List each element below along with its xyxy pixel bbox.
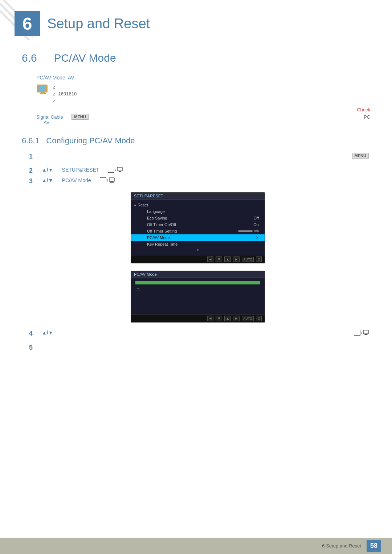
step-3: 3 ▲/▼ PC/AV Mode /: [29, 177, 370, 185]
av-note: AV: [44, 120, 370, 125]
menu-note: Signal Cable MENU PC: [36, 114, 370, 120]
step-2-content: ▲/▼ SETUP&RESET /: [42, 167, 370, 173]
svg-rect-10: [109, 178, 114, 181]
step-4-number: 4: [29, 330, 42, 337]
icon-right: ►: [233, 257, 240, 262]
svg-rect-11: [111, 181, 113, 182]
icon-power: ⊙: [256, 257, 262, 262]
step-4-content: ▲/▼ /: [42, 330, 370, 336]
svg-rect-5: [41, 92, 45, 93]
screen-2-bottom: ◄ ▼ ▲ ► AUTO ⊙: [131, 314, 265, 322]
monitor-icon-step3: [109, 177, 116, 183]
svg-rect-14: [365, 334, 367, 335]
menu-item-offsetting: Off Timer Setting 10h: [131, 228, 265, 234]
page-number: 58: [367, 540, 381, 552]
icon-up-2: ▲: [224, 316, 231, 321]
monitor-icon-step2: [117, 167, 124, 173]
step-4: 4 ▲/▼ /: [29, 330, 370, 337]
screen-2-title: PC/AV Mode: [131, 271, 265, 278]
check-label: Check: [357, 107, 370, 112]
pcav-selection-bar: [135, 281, 260, 284]
svg-rect-4: [38, 86, 46, 91]
icon-left: ◄: [207, 257, 214, 262]
step-5-number: 5: [29, 344, 42, 352]
desc-list: z z 1691610 z: [53, 84, 77, 105]
menu-item-eco: Eco Saving Off: [131, 215, 265, 221]
pcav-screen-content: □: [131, 278, 265, 314]
icon-right-2: ►: [233, 316, 240, 321]
page-header: 6 Setup and Reset: [0, 0, 392, 44]
menu-item-language: Language: [131, 208, 265, 215]
icon-group-step2: /: [108, 167, 124, 173]
section-title: 6.6 PC/AV Mode: [22, 51, 370, 66]
pcav-selected: □: [135, 287, 260, 292]
screen-1-title: SETUP&RESET: [131, 193, 265, 200]
section-number: 6.6: [22, 52, 37, 64]
svg-rect-15: [364, 335, 368, 335]
icon-power-2: ⊙: [256, 316, 262, 321]
icon-down-2: ▼: [216, 316, 222, 321]
step-2: 2 ▲/▼ SETUP&RESET /: [29, 167, 370, 175]
pcav-mode-screen: PC/AV Mode □ ◄ ▼ ▲ ► AUTO ⊙: [131, 271, 265, 323]
desc-item-3: z: [53, 98, 77, 103]
svg-rect-6: [40, 93, 46, 94]
svg-rect-8: [119, 171, 121, 172]
step-1: 1 MENU: [29, 153, 370, 160]
menu-item-pcav-active: PC/AV Mode ✕: [131, 234, 265, 241]
svg-rect-7: [117, 167, 122, 171]
menu-item-offtimer: Off Timer On/Off On: [131, 221, 265, 228]
section-label: PC/AV Mode: [54, 52, 116, 64]
step-3-number: 3: [29, 177, 42, 185]
monitor-icon: [36, 84, 49, 95]
step-2-number: 2: [29, 167, 42, 175]
monitor-icon-step4: [363, 330, 370, 336]
chapter-number: 6: [15, 11, 40, 36]
steps-container: 1 MENU 2 ▲/▼ SETUP&RESET /: [29, 153, 370, 352]
menu-item-reset: ● Reset: [131, 202, 265, 208]
step-1-content: MENU: [42, 153, 370, 159]
step-1-number: 1: [29, 153, 42, 160]
pcav-description: PC/AV Mode AV z z 1691610 z: [36, 75, 370, 125]
svg-rect-9: [118, 172, 122, 172]
subsection-title: 6.6.1 Configuring PC/AV Mode: [22, 136, 370, 145]
footer-chapter: 6 Setup and Reset: [322, 543, 361, 549]
screen-1-menu: ● Reset Language Eco Saving Off Off Time…: [131, 200, 265, 255]
icon-group-step4: /: [354, 330, 370, 336]
step-3-content: ▲/▼ PC/AV Mode /: [42, 177, 370, 183]
menu-item-keyrepeat: Key Repeat Time: [131, 241, 265, 247]
setup-reset-screen: SETUP&RESET ● Reset Language Eco Saving …: [131, 192, 265, 263]
desc-item-2: z 1691610: [53, 91, 77, 97]
screen-1-bottom: ◄ ▼ ▲ ► AUTO ⊙: [131, 255, 265, 263]
desc-item-1: z: [53, 84, 77, 90]
main-content: 6.6 PC/AV Mode PC/AV Mode AV z z: [0, 44, 392, 380]
icon-down: ▼: [216, 257, 222, 262]
menu-badge-step1: MENU: [352, 153, 369, 159]
icon-group-step3: /: [100, 177, 116, 183]
icon-auto: AUTO: [242, 257, 254, 262]
step-5: 5: [29, 344, 370, 352]
icon-auto-2: AUTO: [242, 316, 254, 321]
screens-area: SETUP&RESET ● Reset Language Eco Saving …: [131, 192, 370, 323]
section-spacer: [40, 52, 51, 64]
svg-rect-13: [363, 330, 368, 334]
page-footer: 6 Setup and Reset 58: [0, 538, 392, 554]
chapter-title: Setup and Reset: [47, 16, 150, 32]
svg-rect-12: [110, 182, 114, 183]
icon-left-2: ◄: [207, 316, 214, 321]
pcav-label: PC/AV Mode AV: [36, 75, 370, 81]
icon-up: ▲: [224, 257, 231, 262]
monitor-icon-row: z z 1691610 z: [36, 84, 370, 105]
